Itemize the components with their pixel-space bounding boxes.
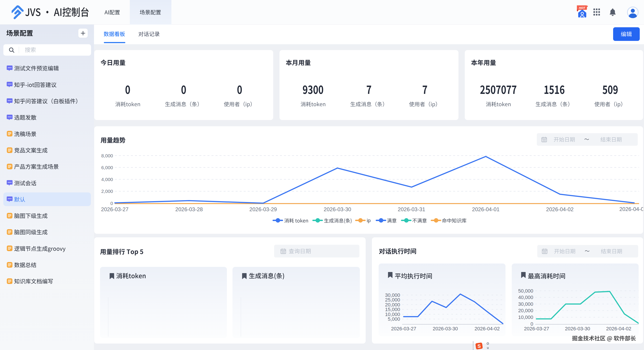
svg-text:HOT: HOT — [579, 6, 585, 9]
